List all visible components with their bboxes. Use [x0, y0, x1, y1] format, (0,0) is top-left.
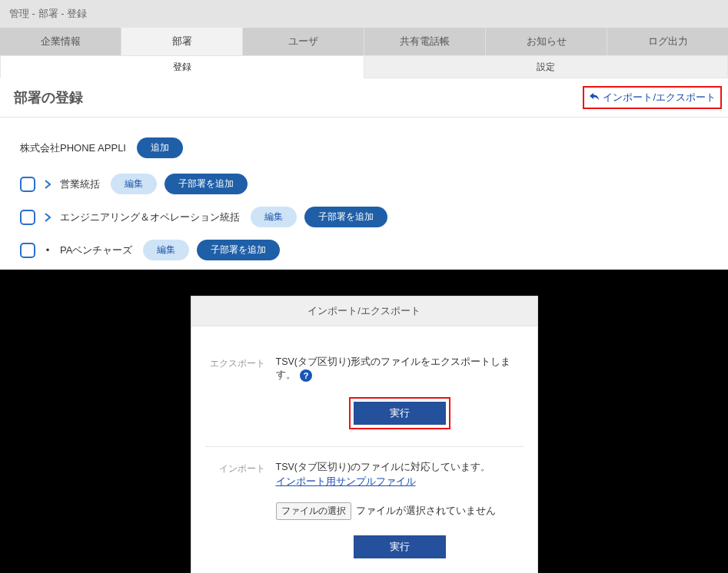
department-checkbox[interactable] — [20, 243, 35, 258]
department-body: 株式会社PHONE APPLI 追加 営業統括 編集 子部署を追加 エンジニアリ… — [0, 118, 728, 270]
export-exec-highlight: 実行 — [349, 397, 450, 429]
department-checkbox[interactable] — [20, 210, 35, 225]
add-child-button[interactable]: 子部署を追加 — [197, 240, 280, 260]
export-label: エクスポート — [205, 356, 265, 429]
import-export-link-label: インポート/エクスポート — [603, 91, 716, 104]
breadcrumb-chevron-icon — [115, 0, 125, 28]
tab-departments[interactable]: 部署 — [121, 28, 243, 55]
import-description: TSV(タブ区切り)のファイルに対応しています。 — [276, 461, 524, 474]
tab-notices[interactable]: お知らせ — [486, 28, 607, 55]
import-execute-button[interactable]: 実行 — [354, 535, 446, 558]
cutoff-area — [20, 260, 708, 265]
add-child-button[interactable]: 子部署を追加 — [304, 207, 387, 227]
tab-shared-phonebook[interactable]: 共有電話帳 — [364, 28, 486, 55]
subtab-register[interactable]: 登録 — [0, 55, 364, 78]
bullet-icon: • — [43, 244, 52, 256]
sub-tabs: 登録 設定 — [0, 55, 728, 78]
add-root-button[interactable]: 追加 — [137, 137, 183, 158]
department-row: • PAベンチャーズ 編集 子部署を追加 — [20, 240, 708, 260]
import-sample-file-link[interactable]: インポート用サンプルファイル — [276, 476, 416, 487]
modal-body: エクスポート TSV(タブ区切り)形式のファイルをエクスポートします。 ? 実行… — [191, 326, 537, 573]
file-status-text: ファイルが選択されていません — [356, 505, 496, 518]
tab-users[interactable]: ユーザ — [243, 28, 364, 55]
black-divider — [0, 270, 728, 296]
help-icon[interactable]: ? — [300, 369, 312, 382]
chevron-right-icon[interactable] — [43, 213, 52, 222]
choose-file-button[interactable]: ファイルの選択 — [276, 502, 351, 520]
export-section: エクスポート TSV(タブ区切り)形式のファイルをエクスポートします。 ? 実行 — [205, 342, 524, 446]
primary-tabs: 企業情報 部署 ユーザ 共有電話帳 お知らせ ログ出力 — [0, 28, 728, 55]
department-name: PAベンチャーズ — [60, 243, 132, 257]
page: 管理 - 部署 - 登録 企業情報 部署 ユーザ 共有電話帳 お知らせ ログ出力… — [0, 0, 728, 573]
department-name: エンジニアリング＆オペレーション統括 — [60, 210, 240, 224]
edit-button[interactable]: 編集 — [143, 240, 189, 260]
export-content: TSV(タブ区切り)形式のファイルをエクスポートします。 ? 実行 — [276, 356, 524, 429]
page-title: 部署の登録 — [14, 88, 83, 107]
edit-button[interactable]: 編集 — [251, 207, 297, 227]
breadcrumb-text: 管理 - 部署 - 登録 — [9, 7, 87, 21]
department-name: 営業統括 — [60, 177, 100, 191]
file-chooser-row: ファイルの選択 ファイルが選択されていません — [276, 502, 524, 520]
department-checkbox[interactable] — [20, 177, 35, 192]
org-root-name: 株式会社PHONE APPLI — [20, 141, 126, 155]
modal-backdrop: インポート/エクスポート エクスポート TSV(タブ区切り)形式のファイルをエク… — [0, 296, 728, 573]
chevron-right-icon[interactable] — [43, 180, 52, 189]
add-child-button[interactable]: 子部署を追加 — [165, 174, 248, 194]
export-execute-button[interactable]: 実行 — [354, 402, 446, 425]
import-export-modal: インポート/エクスポート エクスポート TSV(タブ区切り)形式のファイルをエク… — [191, 296, 538, 573]
tab-company-info[interactable]: 企業情報 — [0, 28, 121, 55]
import-label: インポート — [205, 461, 265, 558]
page-header: 部署の登録 インポート/エクスポート — [0, 78, 728, 118]
department-row: 営業統括 編集 子部署を追加 — [20, 174, 708, 194]
import-section: インポート TSV(タブ区切り)のファイルに対応しています。 インポート用サンプ… — [205, 446, 524, 573]
tab-log-output[interactable]: ログ出力 — [607, 28, 728, 55]
org-root-row: 株式会社PHONE APPLI 追加 — [20, 137, 708, 158]
import-export-link[interactable]: インポート/エクスポート — [583, 86, 722, 109]
breadcrumb: 管理 - 部署 - 登録 — [0, 0, 728, 28]
edit-button[interactable]: 編集 — [111, 174, 157, 194]
department-list: 営業統括 編集 子部署を追加 エンジニアリング＆オペレーション統括 編集 子部署… — [20, 174, 708, 260]
import-content: TSV(タブ区切り)のファイルに対応しています。 インポート用サンプルファイル … — [276, 461, 524, 558]
subtab-settings[interactable]: 設定 — [364, 55, 728, 78]
reply-arrow-icon — [589, 92, 600, 104]
department-row: エンジニアリング＆オペレーション統括 編集 子部署を追加 — [20, 207, 708, 227]
modal-title: インポート/エクスポート — [191, 296, 537, 326]
